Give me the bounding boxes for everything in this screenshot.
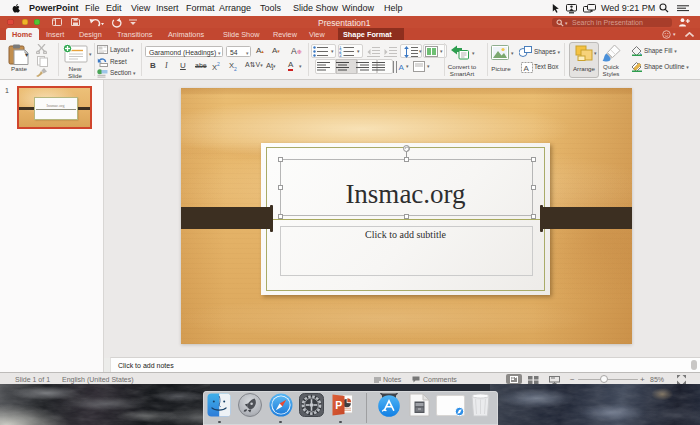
svg-text:A: A: [524, 63, 530, 72]
svg-text:P: P: [335, 399, 342, 411]
svg-text:A: A: [399, 63, 405, 72]
svg-text:3: 3: [339, 53, 342, 57]
